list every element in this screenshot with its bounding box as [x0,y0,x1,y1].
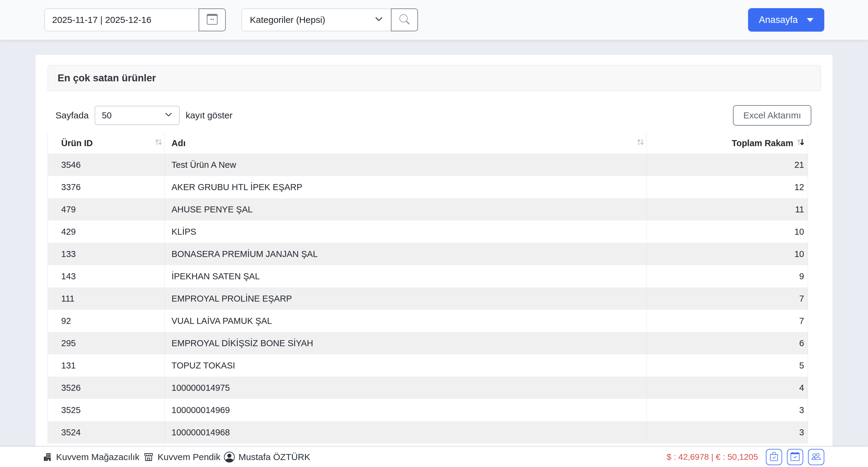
calendar-check-icon [790,452,800,462]
sort-icon [636,137,645,149]
cell-product-name: EMPROYAL PROLİNE EŞARP [165,287,647,310]
users-button[interactable] [808,449,824,465]
page-size-value: 50 [102,111,112,121]
table-row: 35261000000149754 [48,377,808,399]
cell-total: 10 [647,243,808,265]
cell-total: 12 [647,176,808,198]
table-row: 3546Test Ürün A New21 [48,154,808,176]
table-row: 133BONASERA PREMİUM JANJAN ŞAL10 [48,243,808,265]
store-name: Kuvvem Pendik [158,452,220,462]
column-header-adi[interactable]: Adı [165,132,647,154]
calendar-icon [207,14,218,26]
table-row: 295EMPROYAL DİKİŞSİZ BONE SİYAH6 [48,332,808,354]
cell-product-id: 479 [48,198,165,221]
column-header-label: Toplam Rakam [732,138,793,148]
column-header-label: Ürün ID [61,138,93,148]
exchange-rates: $ : 42,6978 | € : 50,1205 [667,452,758,462]
cell-product-name: TOPUZ TOKASI [165,354,647,377]
shop-icon [143,452,154,463]
cell-product-name: İPEKHAN SATEN ŞAL [165,265,647,287]
topbar-filters: 2025-11-17 | 2025-12-16 Kategoriler (Hep… [44,8,418,31]
user-name: Mustafa ÖZTÜRK [239,452,310,462]
caret-down-icon [807,18,813,22]
cell-product-id: 3524 [48,421,165,443]
cell-product-name: 100000014969 [165,399,647,421]
cell-product-id: 3546 [48,154,165,176]
company-name: Kuvvem Mağazacılık [56,452,140,462]
footer: Kuvvem Mağazacılık Kuvvem Pendik Mustafa… [0,447,868,467]
home-button-label: Anasayfa [759,14,798,25]
footer-right: $ : 42,6978 | € : 50,1205 [667,449,824,465]
column-header-label: Adı [172,138,186,148]
cell-product-name: AHUSE PENYE ŞAL [165,198,647,221]
cell-product-id: 111 [48,287,165,310]
cell-total: 6 [647,332,808,354]
home-button[interactable]: Anasayfa [748,8,824,32]
cell-product-name: 100000014968 [165,421,647,443]
table-header-row: Ürün IDAdıToplam Rakam [48,132,808,154]
sort-icon [796,137,805,149]
table-row: 35251000000149693 [48,399,808,421]
page-size-suffix-label: kayıt göster [186,110,232,121]
cell-product-name: BONASERA PREMİUM JANJAN ŞAL [165,243,647,265]
column-header-toplam-rakam[interactable]: Toplam Rakam [647,132,808,154]
table-row: 479AHUSE PENYE ŞAL11 [48,198,808,221]
page-title: En çok satan ürünler [58,72,156,84]
table-row: 3376AKER GRUBU HTL İPEK EŞARP12 [48,176,808,198]
category-select[interactable]: Kategoriler (Hepsi) [241,8,391,31]
topbar: 2025-11-17 | 2025-12-16 Kategoriler (Hep… [0,0,868,40]
page-size-prefix-label: Sayfada [56,110,89,121]
table-row: 429KLİPS10 [48,221,808,243]
cell-product-name: KLİPS [165,221,647,243]
search-button[interactable] [391,8,418,31]
column-header-urun-id[interactable]: Ürün ID [48,132,165,154]
cell-total: 9 [647,265,808,287]
calendar-check-button[interactable] [787,449,803,465]
page-size-select[interactable]: 50 [95,106,180,125]
cell-total: 7 [647,310,808,332]
page-size-controls: Sayfada 50 kayıt göster [56,105,232,126]
footer-identity: Kuvvem Mağazacılık Kuvvem Pendik Mustafa… [42,452,310,463]
cell-total: 3 [647,421,808,443]
cell-product-id: 3526 [48,377,165,399]
sort-icon [154,137,163,149]
cell-product-id: 131 [48,354,165,377]
cell-product-name: Test Ürün A New [165,154,647,176]
category-select-value: Kategoriler (Hepsi) [250,15,325,25]
cell-product-id: 133 [48,243,165,265]
cell-total: 7 [647,287,808,310]
bag-check-icon [770,452,778,462]
cell-total: 21 [647,154,808,176]
cell-product-id: 92 [48,310,165,332]
excel-export-button[interactable]: Excel Aktarımı [733,105,811,126]
card-header: En çok satan ürünler [48,65,821,91]
date-range-input[interactable]: 2025-11-17 | 2025-12-16 [44,8,198,31]
products-table: Ürün IDAdıToplam Rakam 3546Test Ürün A N… [48,132,808,443]
cell-total: 3 [647,399,808,421]
table-row: 143İPEKHAN SATEN ŞAL9 [48,265,808,287]
content-panel: En çok satan ürünler Sayfada 50 kayıt gö… [36,55,832,446]
chevron-down-icon [164,111,173,121]
cell-total: 11 [647,198,808,221]
table-row: 92VUAL LAİVA PAMUK ŞAL7 [48,310,808,332]
chevron-down-icon [375,15,383,25]
calendar-button[interactable] [198,8,226,31]
table-row: 111EMPROYAL PROLİNE EŞARP7 [48,287,808,310]
person-circle-icon [224,452,235,463]
table-body: 3546Test Ürün A New213376AKER GRUBU HTL … [48,154,808,443]
cell-product-id: 3376 [48,176,165,198]
cell-total: 10 [647,221,808,243]
cell-product-name: 100000014975 [165,377,647,399]
cell-total: 4 [647,377,808,399]
cell-product-id: 3525 [48,399,165,421]
building-icon [42,452,53,462]
cell-product-name: EMPROYAL DİKİŞSİZ BONE SİYAH [165,332,647,354]
cell-product-id: 429 [48,221,165,243]
cell-total: 5 [647,354,808,377]
search-icon [399,14,410,26]
bag-check-button[interactable] [766,449,782,465]
people-icon [812,452,821,462]
cell-product-id: 295 [48,332,165,354]
cell-product-id: 143 [48,265,165,287]
table-row: 35241000000149683 [48,421,808,443]
